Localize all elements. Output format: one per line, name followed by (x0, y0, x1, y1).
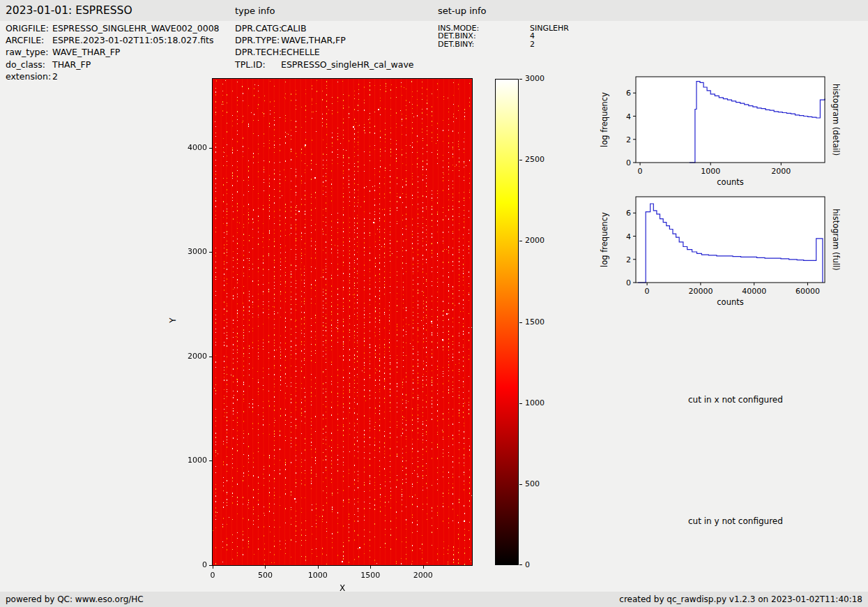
raw-image-plot: Y X 010002000300040000500100015002000 (167, 70, 492, 604)
colorbar-tick-label: 0 (525, 560, 530, 569)
plot-background (636, 197, 825, 283)
type-info-heading: type info (235, 6, 275, 16)
y-tick-label: 2 (626, 255, 631, 264)
colorbar-tick-mark (519, 79, 522, 80)
x-tick-label: 0 (638, 167, 643, 176)
header-bar: 2023-01-01: ESPRESSO type info set-up in… (0, 0, 868, 21)
colorbar-tick-label: 1500 (525, 317, 545, 327)
info-label: TPL.ID: (235, 59, 281, 70)
info-label: raw_type: (6, 47, 52, 57)
setup-info-row: DET.BINY:2 (438, 40, 569, 47)
y-axis-label: log frequency (600, 212, 609, 267)
colorbar-tick-label: 1000 (525, 398, 545, 407)
info-value: ECHELLE (281, 47, 320, 57)
cut-y-message: cut in y not configured (688, 516, 783, 526)
info-value: 2 (52, 71, 58, 82)
file-info-row: ORIGFILE:ESPRESSO_SINGLEHR_WAVE002_0008 (6, 23, 220, 35)
x-tick-label: 2000 (408, 571, 439, 580)
info-value: WAVE,THAR,FP (281, 35, 346, 45)
type-info-row: DPR.TECH:ECHELLE (235, 47, 413, 59)
info-label: DET.BINY: (438, 40, 530, 49)
y-tick-label: 2000 (169, 352, 207, 361)
x-tick-mark (265, 566, 266, 569)
info-label: DPR.TECH: (235, 47, 281, 57)
y-axis-label: log frequency (600, 92, 609, 147)
footer-bar: powered by QC: www.eso.org/HC created by… (0, 592, 868, 607)
raw-image-canvas (213, 79, 472, 565)
page-title: 2023-01-01: ESPRESSO (6, 4, 132, 17)
setup-info-heading: set-up info (438, 6, 487, 16)
type-info-block: DPR.CATG:CALIB DPR.TYPE:WAVE,THAR,FP DPR… (235, 23, 413, 71)
colorbar-tick-mark (519, 160, 522, 160)
info-value: ESPRESSO_singleHR_cal_wave (281, 59, 413, 70)
footer-created-by: created by qc_rawdisp.py v1.2.3 on 2023-… (619, 594, 862, 604)
info-label: DPR.TYPE: (235, 35, 281, 45)
histogram-full-plot: 02000040000600000246countslog frequencyh… (596, 188, 840, 317)
y-tick-label: 1000 (169, 456, 207, 465)
cut-x-message: cut in x not configured (688, 395, 783, 405)
colorbar-tick-mark (519, 564, 522, 565)
x-axis-label: counts (717, 297, 743, 307)
file-info-row: raw_type:WAVE_THAR_FP (6, 47, 220, 59)
colorbar-tick-mark (519, 322, 522, 323)
right-axis-label: histogram (detail) (831, 84, 840, 156)
y-tick-label: 2 (626, 135, 631, 144)
colorbar: 050010001500200025003000 (495, 79, 572, 567)
info-value: ESPRESSO_SINGLEHR_WAVE002_0008 (52, 23, 220, 33)
colorbar-gradient (495, 79, 519, 565)
y-tick-mark (209, 148, 212, 149)
y-axis-label: Y (168, 317, 178, 322)
type-info-row: DPR.CATG:CALIB (235, 23, 413, 35)
x-tick-label: 1000 (303, 571, 333, 580)
x-tick-mark (423, 566, 424, 569)
x-tick-label: 60000 (795, 287, 820, 296)
info-label: ARCFILE: (6, 35, 52, 45)
y-tick-label: 6 (626, 89, 631, 98)
y-tick-mark (209, 460, 212, 461)
colorbar-tick-mark (519, 403, 522, 404)
colorbar-tick-label: 3000 (525, 74, 545, 83)
info-label: do_class: (6, 59, 52, 70)
colorbar-tick-mark (519, 484, 522, 485)
y-tick-label: 6 (626, 209, 631, 218)
y-tick-label: 0 (626, 158, 631, 167)
y-tick-label: 4 (626, 232, 631, 241)
info-label: extension: (6, 71, 52, 82)
colorbar-tick-label: 500 (525, 479, 540, 488)
info-value: SINGLEHR (530, 24, 569, 33)
x-axis-label: counts (717, 177, 743, 187)
x-tick-label: 2000 (771, 167, 791, 176)
histogram-detail-plot: 0100020000246countslog frequencyhistogra… (596, 68, 840, 197)
info-label: ORIGFILE: (6, 23, 52, 33)
x-tick-mark (318, 566, 319, 569)
y-tick-label: 0 (169, 560, 207, 569)
colorbar-tick-mark (519, 241, 522, 241)
y-tick-label: 0 (626, 278, 631, 287)
x-tick-label: 0 (197, 571, 228, 580)
x-tick-mark (213, 566, 213, 569)
setup-info-block: INS.MODE:SINGLEHR DET.BINX:4 DET.BINY:2 (438, 24, 569, 47)
type-info-row: DPR.TYPE:WAVE,THAR,FP (235, 35, 413, 47)
x-tick-label: 40000 (742, 287, 766, 296)
right-axis-label: histogram (full) (831, 209, 840, 271)
info-value: THAR_FP (52, 59, 91, 70)
x-tick-label: 20000 (688, 287, 713, 296)
y-tick-mark (209, 565, 212, 566)
y-tick-mark (209, 357, 212, 357)
footer-powered-by: powered by QC: www.eso.org/HC (6, 594, 144, 604)
x-tick-label: 1500 (355, 571, 386, 580)
info-value: WAVE_THAR_FP (52, 47, 120, 57)
info-value: ESPRE.2023-01-02T11:05:18.027.fits (52, 35, 213, 45)
x-tick-label: 0 (645, 287, 650, 296)
colorbar-tick-label: 2500 (525, 155, 545, 164)
colorbar-tick-label: 2000 (525, 236, 545, 245)
y-tick-label: 4000 (169, 143, 207, 152)
x-tick-label: 1000 (701, 167, 720, 176)
info-label: DPR.CATG: (235, 23, 281, 33)
y-tick-label: 4 (626, 112, 631, 121)
x-tick-label: 500 (250, 571, 280, 580)
file-info-row: ARCFILE:ESPRE.2023-01-02T11:05:18.027.fi… (6, 35, 220, 47)
x-tick-mark (370, 566, 371, 569)
setup-info-row: INS.MODE:SINGLEHR (438, 24, 569, 31)
info-value: 2 (530, 40, 535, 49)
